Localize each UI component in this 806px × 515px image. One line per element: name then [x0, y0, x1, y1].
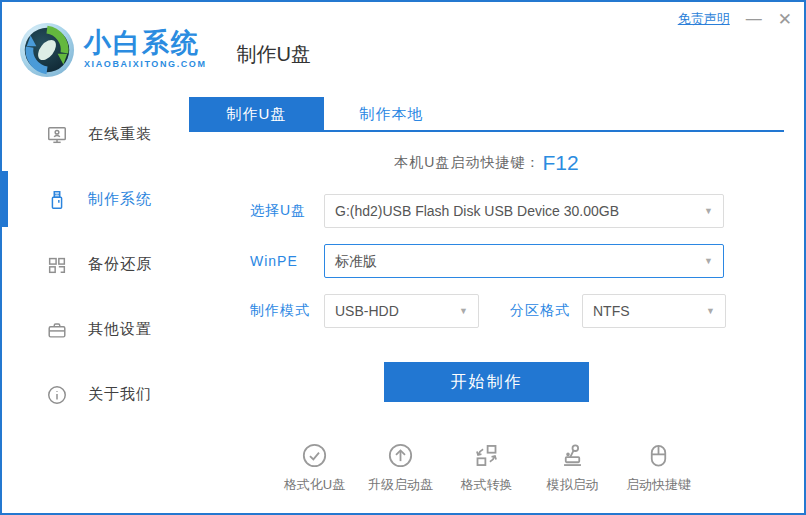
usb-select-value: G:(hd2)USB Flash Disk USB Device 30.00GB — [335, 203, 619, 219]
winpe-select-dropdown[interactable]: 标准版 ▼ — [324, 244, 724, 278]
chevron-down-icon: ▼ — [459, 295, 468, 327]
sidebar-item-about-us[interactable]: 关于我们 — [2, 362, 189, 427]
tool-label: 格式转换 — [461, 476, 513, 494]
page-title: 制作U盘 — [237, 41, 311, 68]
minimize-button[interactable]: — — [746, 11, 762, 27]
check-circle-icon — [301, 442, 328, 469]
app-window: 小白系统 XIAOBAIXITONG.COM 制作U盘 免责声明 — ✕ 在线重… — [0, 0, 806, 515]
tool-label: 启动快捷键 — [626, 476, 691, 494]
chevron-down-icon: ▼ — [704, 195, 713, 227]
sidebar-item-label: 制作系统 — [88, 190, 152, 209]
tab-bar: 制作U盘 制作本地 — [189, 97, 784, 132]
sidebar-item-other-settings[interactable]: 其他设置 — [2, 297, 189, 362]
sidebar-item-label: 其他设置 — [88, 320, 152, 339]
info-icon — [46, 384, 68, 406]
tool-format-usb[interactable]: 格式化U盘 — [276, 442, 354, 494]
mouse-icon — [645, 442, 672, 469]
sidebar-item-online-reinstall[interactable]: 在线重装 — [2, 102, 189, 167]
chevron-down-icon: ▼ — [704, 245, 713, 277]
convert-icon — [473, 442, 500, 469]
mode-select-label: 制作模式 — [250, 302, 324, 320]
tool-boot-hotkey[interactable]: 启动快捷键 — [620, 442, 698, 494]
grid-icon — [46, 254, 68, 276]
stamp-icon — [559, 442, 586, 469]
usb-drive-icon — [46, 189, 68, 211]
brand-name: 小白系统 — [84, 29, 207, 57]
mode-partition-row: 制作模式 USB-HDD ▼ 分区格式 NTFS ▼ — [189, 294, 784, 328]
usb-select-dropdown[interactable]: G:(hd2)USB Flash Disk USB Device 30.00GB… — [324, 194, 724, 228]
disclaimer-link[interactable]: 免责声明 — [678, 10, 730, 28]
main-content: 制作U盘 制作本地 本机U盘启动快捷键： F12 选择U盘 G:(hd2)USB… — [189, 97, 784, 513]
winpe-select-value: 标准版 — [335, 253, 377, 269]
close-button[interactable]: ✕ — [778, 11, 792, 28]
tools-row: 格式化U盘 升级启动盘 格式转换 — [189, 442, 784, 494]
sidebar-item-label: 关于我们 — [88, 385, 152, 404]
window-controls: 免责声明 — ✕ — [678, 10, 792, 28]
boot-hotkey-value: F12 — [542, 151, 578, 175]
monitor-icon — [46, 124, 68, 146]
header: 小白系统 XIAOBAIXITONG.COM 制作U盘 免责声明 — ✕ — [2, 2, 804, 97]
arrow-up-circle-icon — [387, 442, 414, 469]
tool-format-convert[interactable]: 格式转换 — [448, 442, 526, 494]
usb-select-row: 选择U盘 G:(hd2)USB Flash Disk USB Device 30… — [189, 194, 784, 228]
tool-label: 格式化U盘 — [284, 476, 345, 494]
brand-text: 小白系统 XIAOBAIXITONG.COM — [84, 29, 207, 70]
tool-label: 升级启动盘 — [368, 476, 433, 494]
mode-select-dropdown[interactable]: USB-HDD ▼ — [324, 294, 479, 328]
sidebar-item-backup-restore[interactable]: 备份还原 — [2, 232, 189, 297]
boot-hotkey-line: 本机U盘启动快捷键： F12 — [189, 148, 784, 178]
logo-sphere-icon — [18, 21, 76, 79]
start-make-button[interactable]: 开始制作 — [384, 362, 589, 402]
sidebar-item-label: 备份还原 — [88, 255, 152, 274]
partition-select-label: 分区格式 — [510, 302, 570, 320]
tool-label: 模拟启动 — [547, 476, 599, 494]
app-logo: 小白系统 XIAOBAIXITONG.COM — [18, 21, 207, 79]
mode-select-value: USB-HDD — [335, 303, 399, 319]
partition-select-dropdown[interactable]: NTFS ▼ — [582, 294, 726, 328]
partition-select-value: NTFS — [593, 303, 630, 319]
usb-select-label: 选择U盘 — [250, 202, 324, 220]
briefcase-icon — [46, 319, 68, 341]
winpe-select-label: WinPE — [250, 253, 324, 269]
boot-hotkey-label: 本机U盘启动快捷键： — [394, 154, 540, 172]
sidebar-item-label: 在线重装 — [88, 125, 152, 144]
tool-simulate-boot[interactable]: 模拟启动 — [534, 442, 612, 494]
brand-domain: XIAOBAIXITONG.COM — [84, 60, 207, 69]
sidebar: 在线重装 制作系统 备份还原 其他设置 — [2, 97, 189, 513]
tool-upgrade-boot-disk[interactable]: 升级启动盘 — [362, 442, 440, 494]
tab-make-usb[interactable]: 制作U盘 — [189, 97, 324, 132]
tab-make-local[interactable]: 制作本地 — [324, 97, 459, 132]
chevron-down-icon: ▼ — [706, 295, 715, 327]
sidebar-item-make-system[interactable]: 制作系统 — [2, 167, 189, 232]
winpe-select-row: WinPE 标准版 ▼ — [189, 244, 784, 278]
